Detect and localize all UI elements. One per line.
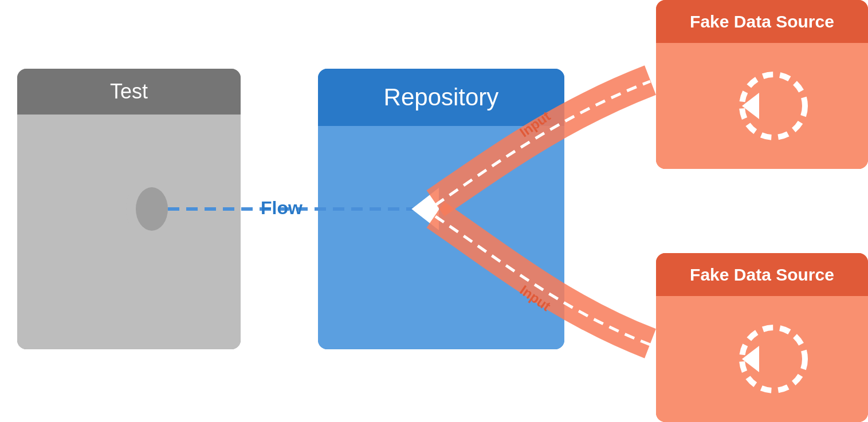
test-block-body [17, 115, 241, 349]
fds-top-header: Fake Data Source [656, 0, 868, 43]
fds-bottom-title: Fake Data Source [690, 265, 834, 285]
fds-top-body [656, 43, 868, 169]
flow-label: Flow [261, 198, 303, 219]
fds-top-block: Fake Data Source [656, 0, 868, 169]
diagram-container: Test Repository Fake Data Source Fake Da… [0, 0, 868, 422]
fds-top-title: Fake Data Source [690, 12, 834, 31]
fds-bottom-header: Fake Data Source [656, 253, 868, 296]
test-block: Test [17, 69, 241, 349]
fds-top-dashed-arrow-icon [710, 60, 814, 152]
repo-block: Repository [318, 69, 564, 349]
repo-block-title: Repository [384, 84, 499, 111]
test-block-header: Test [17, 69, 241, 115]
repo-block-header: Repository [318, 69, 564, 126]
fds-bottom-dashed-arrow-icon [710, 313, 814, 405]
repo-block-body [318, 126, 564, 349]
test-block-title: Test [110, 80, 148, 104]
fds-bottom-body [656, 296, 868, 422]
fds-bottom-block: Fake Data Source [656, 253, 868, 422]
